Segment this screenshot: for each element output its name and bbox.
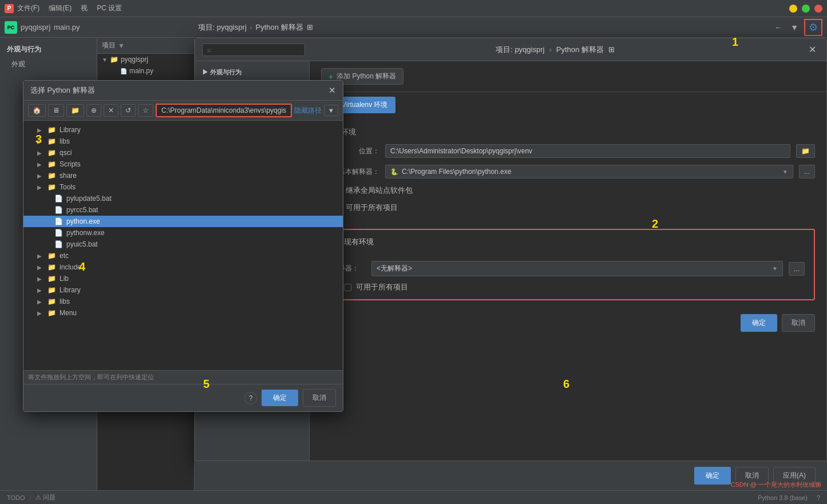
csdn-watermark: CSDN @ 一个尾大的水利玫城狮 [731, 481, 821, 489]
ft-item-libs[interactable]: ▶ 📁 libs [23, 136, 343, 147]
ft-item-pyrcc[interactable]: 📄 pyrcc5.bat [23, 204, 343, 216]
menu-view[interactable]: 视 [81, 3, 88, 13]
fp-bookmark-btn[interactable]: ☆ [138, 104, 153, 117]
inner-ok-btn[interactable]: 确定 [741, 314, 777, 332]
settings-close-btn[interactable]: ✕ [805, 43, 820, 56]
inner-dialog-footer: 确定 取消 [310, 307, 826, 339]
existing-env-radio-row[interactable]: 现有环境 [331, 237, 805, 254]
fp-path-dropdown-btn[interactable]: ▼ [324, 105, 338, 116]
nav-appearance-behavior[interactable]: ▶ 外观与行为 [195, 66, 309, 79]
fp-ok-btn[interactable]: 确定 [262, 390, 298, 406]
expand-icon: ▶ [37, 299, 44, 305]
expand-icon: ▶ [37, 150, 44, 156]
location-row: 位置： 📁 [334, 144, 815, 158]
ft-item-label: libs [60, 137, 70, 145]
available-label: 可用于所有项目 [346, 203, 398, 213]
menu-file[interactable]: 文件(F) [17, 3, 39, 13]
expand-icon: ▶ [37, 310, 44, 316]
ft-item-library2[interactable]: ▶ 📁 Library [23, 284, 343, 296]
ft-item-label: Library [60, 286, 81, 294]
folder-icon: 📁 [48, 297, 56, 305]
fp-delete-btn[interactable]: ✕ [104, 104, 118, 117]
project-panel-title: 项目 [102, 41, 116, 50]
help-btn[interactable]: ? [817, 494, 820, 501]
folder-icon: 📁 [48, 137, 56, 145]
ft-item-python-exe[interactable]: 📄 python.exe [23, 216, 343, 227]
minimize-btn[interactable] [789, 5, 797, 13]
fp-hide-path-btn[interactable]: 隐藏路径 [294, 106, 322, 116]
file-picker-close-btn[interactable]: ✕ [329, 85, 336, 96]
settings-breadcrumb: 项目: pyqgisprj › Python 解释器 ⊞ [305, 45, 805, 55]
close-btn[interactable] [814, 5, 822, 13]
sidebar-item-appearance[interactable]: 外观 [0, 57, 97, 72]
ft-item-label: pyrcc5.bat [66, 206, 98, 214]
menu-settings[interactable]: PC 设置 [97, 3, 122, 13]
ft-item-label: pyuic5.bat [66, 240, 98, 248]
ft-item-library[interactable]: ▶ 📁 Library [23, 124, 343, 136]
ft-item-share[interactable]: ▶ 📁 share [23, 170, 343, 181]
interpreter-dropdown[interactable]: <无解释器> ▼ [371, 261, 783, 276]
ft-item-pylupdate[interactable]: 📄 pylupdate5.bat [23, 193, 343, 204]
breadcrumb-arrow: › [250, 24, 252, 31]
ft-item-scripts[interactable]: ▶ 📁 Scripts [23, 158, 343, 170]
tree-file-name: main.py [129, 67, 153, 75]
settings-search-input[interactable] [202, 43, 305, 56]
ft-item-qsci[interactable]: ▶ 📁 qsci [23, 147, 343, 158]
fp-new-folder-btn[interactable]: ⊕ [86, 104, 101, 117]
ft-item-label: qsci [60, 149, 72, 157]
tree-expand-icon: ▼ [102, 57, 108, 63]
ft-item-pyuic[interactable]: 📄 pyuic5.bat [23, 239, 343, 250]
main-ok-btn[interactable]: 确定 [694, 467, 731, 485]
nav-dropdown-btn[interactable]: ▼ [788, 22, 801, 33]
folder-icon: 📁 [48, 252, 56, 260]
location-browse-btn[interactable]: 📁 [796, 144, 815, 158]
settings-breadcrumb-page: Python 解释器 [556, 45, 604, 55]
fp-path-input[interactable] [156, 104, 292, 117]
breadcrumb-pin[interactable]: ⊞ [307, 23, 313, 31]
base-interp-more-btn[interactable]: ... [799, 165, 815, 178]
ft-item-lib[interactable]: ▶ 📁 Lib [23, 273, 343, 284]
settings-breadcrumb-pin[interactable]: ⊞ [608, 45, 615, 54]
issues-label[interactable]: ⚠ 问题 [35, 493, 56, 502]
menu-edit[interactable]: 编辑(E) [49, 3, 72, 13]
fp-refresh-btn[interactable]: ↺ [121, 104, 136, 117]
file-icon: 📄 [120, 68, 127, 74]
tree-item-mainpy[interactable]: 📄 main.py [97, 65, 194, 77]
existing-available-label: 可用于所有项目 [356, 282, 408, 292]
fp-parent-btn[interactable]: 📁 [66, 104, 84, 117]
back-btn[interactable]: ← [772, 22, 785, 33]
ft-item-label: share [60, 172, 77, 180]
menu-bar[interactable]: 文件(F) 编辑(E) 视 PC 设置 [17, 3, 122, 13]
interpreter-value: <无解释器> [377, 264, 412, 273]
ft-item-libs2[interactable]: ▶ 📁 libs [23, 296, 343, 307]
ft-item-etc[interactable]: ▶ 📁 etc [23, 250, 343, 261]
python-icon: 🐍 [390, 168, 398, 176]
fp-cancel-btn[interactable]: 取消 [303, 389, 336, 407]
file-icon: 📄 [54, 206, 63, 214]
location-input[interactable] [385, 144, 790, 158]
fp-help-btn[interactable]: ? [244, 392, 257, 404]
python-version: Python 3.8 (base) [758, 494, 808, 501]
ft-item-pythonw[interactable]: 📄 pythonw.exe [23, 227, 343, 239]
fp-home-btn[interactable]: 🏠 [28, 104, 46, 117]
todo-label[interactable]: TODO [7, 494, 25, 501]
existing-available-checkbox[interactable] [344, 284, 351, 291]
ft-item-label: Lib [60, 275, 69, 283]
file-name: main.py [54, 23, 80, 31]
interpreter-more-btn[interactable]: ... [789, 262, 805, 276]
base-interp-dropdown[interactable]: 🐍 C:\Program Files\python\python.exe ▼ [385, 165, 793, 178]
new-env-section: 新环境 位置： 📁 基本解释器： 🐍 C: [310, 118, 826, 222]
virtualenv-tab-label: Virtualenv 环境 [342, 100, 387, 110]
inner-cancel-btn[interactable]: 取消 [782, 314, 815, 332]
base-interp-text: C:\Program Files\python\python.exe [402, 168, 511, 176]
fp-desktop-btn[interactable]: 🖥 [48, 104, 64, 117]
new-env-radio-row[interactable]: 新环境 [321, 127, 815, 137]
gear-settings-btn[interactable]: ⚙ [804, 19, 822, 36]
project-panel-dropdown[interactable]: ▼ [118, 42, 125, 50]
ft-item-label: include [60, 263, 81, 271]
ft-item-tools[interactable]: ▶ 📁 Tools [23, 181, 343, 193]
maximize-btn[interactable] [802, 5, 810, 13]
ft-item-menu[interactable]: ▶ 📁 Menu [23, 307, 343, 319]
ft-item-include[interactable]: ▶ 📁 include [23, 261, 343, 273]
tree-item-project[interactable]: ▼ 📁 pyqgisprj [97, 54, 194, 65]
